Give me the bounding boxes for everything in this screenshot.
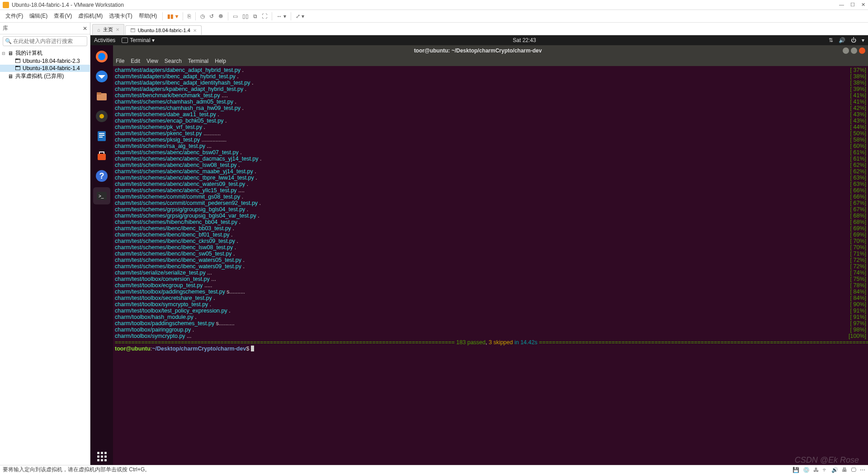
send-ctrlaltdel-button[interactable]: ⎘	[186, 12, 193, 20]
launcher-software[interactable]	[93, 147, 110, 165]
network-icon[interactable]: ⇅	[829, 37, 833, 43]
status-display-icon[interactable]: 🖵	[851, 467, 856, 473]
menu-vm[interactable]: 虚拟机(M)	[75, 11, 105, 21]
term-maximize-button[interactable]	[851, 47, 857, 54]
test-line: charm/test/toolbox/paddingschemes_test.p…	[115, 289, 866, 295]
test-line: charm/test/schemes/abenc/abenc_tbpre_lww…	[115, 175, 866, 181]
status-disk-icon[interactable]: 💾	[793, 467, 799, 473]
test-line: charm/toolbox/paddingschemes_test.py s..…	[115, 320, 866, 327]
launcher-terminal[interactable]: >_	[93, 187, 110, 204]
test-line: charm/test/schemes/encap_bchk05_test.py …	[115, 118, 866, 124]
term-menu-view[interactable]: View	[146, 58, 158, 64]
terminal-output[interactable]: charm/test/adapters/dabenc_adapt_hybrid_…	[113, 66, 868, 465]
test-line: charm/test/schemes/abenc/abenc_maabe_yj1…	[115, 168, 866, 175]
clock[interactable]: Sat 22:43	[513, 37, 536, 43]
status-net-icon[interactable]: 🖧	[813, 467, 819, 473]
vm-icon: 🗔	[14, 58, 21, 64]
test-line: charm/test/schemes/hibenc/hibenc_bb04_te…	[115, 219, 866, 225]
test-line: charm/test/schemes/ibenc/ibenc_waters09_…	[115, 263, 866, 270]
test-line: charm/test/schemes/pksig_test.py .......…	[115, 137, 866, 143]
menu-file[interactable]: 文件(F)	[3, 11, 26, 21]
svg-point-1	[98, 53, 105, 60]
test-line: charm/test/schemes/abenc/abenc_yllc15_te…	[115, 187, 866, 194]
pause-button[interactable]: ▮▮ ▾	[165, 12, 179, 20]
launcher-files[interactable]	[93, 88, 110, 105]
tab-close-icon[interactable]: ✕	[116, 27, 119, 32]
vm-tree: ⊟🖥我的计算机🗔Ubuntu-18.04-fabric-2.3🗔Ubuntu-1…	[0, 48, 90, 465]
test-line: charm/test/benchmark/benchmark_test.py .…	[115, 92, 866, 99]
library-sidebar: 库 ✕ 🔍 ⊟🖥我的计算机🗔Ubuntu-18.04-fabric-2.3🗔Ub…	[0, 23, 90, 465]
term-menu-search[interactable]: Search	[165, 58, 182, 64]
stretch-button[interactable]: ↔ ▾	[275, 12, 288, 20]
test-line: charm/test/schemes/ibenc/ibenc_ckrs09_te…	[115, 238, 866, 244]
status-sound-icon[interactable]: 🔊	[831, 467, 838, 473]
test-summary: ========================================…	[115, 339, 866, 346]
test-line: charm/test/schemes/ibenc/ibenc_waters05_…	[115, 257, 866, 263]
ubuntu-launcher: ? >_	[90, 45, 113, 465]
launcher-help[interactable]: ?	[93, 167, 110, 185]
status-cd-icon[interactable]: 💿	[803, 467, 810, 473]
test-line: charm/test/schemes/chamhash_rsa_hw09_tes…	[115, 105, 866, 111]
snapshot-manager-button[interactable]: ☸	[217, 12, 225, 20]
minimize-button[interactable]: —	[839, 2, 844, 8]
menu-view[interactable]: 查看(V)	[51, 11, 75, 21]
term-menu-terminal[interactable]: Terminal	[188, 58, 208, 64]
prompt-line[interactable]: toor@ubuntu:~/Desktop/charmCrypto/charm-…	[115, 346, 866, 352]
view-fullscreen-button[interactable]: ⛶	[260, 12, 269, 20]
status-printer-icon[interactable]: 🖶	[842, 467, 847, 473]
terminal-title: toor@ubuntu: ~/Desktop/charmCrypto/charm…	[113, 47, 843, 54]
tab-label: Ubuntu-18.04-fabric-1.4	[138, 28, 190, 33]
activities-button[interactable]: Activities	[94, 37, 115, 43]
exit-fullscreen-button[interactable]: ⤢ ▾	[294, 12, 306, 20]
svg-text:>_: >_	[99, 194, 104, 199]
window-title: Ubuntu-18.04-fabric-1.4 - VMware Worksta…	[12, 2, 839, 8]
launcher-thunderbird[interactable]	[93, 68, 110, 85]
snapshot-button[interactable]: ◷	[198, 12, 207, 20]
tree-node[interactable]: ⊟🖥我的计算机	[0, 49, 90, 57]
sidebar-title: 库	[3, 24, 8, 32]
test-line: charm/test/toolbox/secretshare_test.py .…	[115, 295, 866, 301]
snapshot-revert-button[interactable]: ↺	[208, 12, 216, 20]
arrow-down-icon[interactable]: ▾	[862, 37, 864, 43]
term-menu-edit[interactable]: Edit	[131, 58, 140, 64]
term-menu-help[interactable]: Help	[215, 58, 226, 64]
term-close-button[interactable]	[859, 47, 865, 54]
tree-node[interactable]: 🖥共享虚拟机 (已弃用)	[0, 72, 90, 81]
svg-rect-8	[99, 133, 104, 134]
close-button[interactable]: ✕	[861, 2, 865, 8]
menu-tabs[interactable]: 选项卡(T)	[106, 11, 135, 21]
tab-close-icon[interactable]: ✕	[193, 28, 197, 33]
test-line: charm/toolbox/symcrypto.py ...[100%]	[115, 333, 866, 339]
view-unity-button[interactable]: ⧉	[251, 12, 259, 20]
vm-tab[interactable]: ⌂主页✕	[92, 24, 124, 35]
search-input[interactable]	[3, 36, 87, 46]
test-line: charm/test/schemes/commit/commit_pederse…	[115, 200, 866, 206]
menu-help[interactable]: 帮助(H)	[136, 11, 160, 21]
test-line: charm/test/schemes/dabe_aw11_test.py .[ …	[115, 111, 866, 118]
sound-icon[interactable]: 🔊	[839, 37, 845, 43]
vm-tab[interactable]: 🗔Ubuntu-18.04-fabric-1.4✕	[125, 25, 202, 35]
launcher-apps[interactable]	[93, 448, 110, 465]
launcher-rhythmbox[interactable]	[93, 108, 110, 125]
maximize-button[interactable]: ☐	[850, 2, 855, 8]
power-icon[interactable]: ⏻	[851, 37, 856, 43]
menu-edit[interactable]: 编辑(E)	[27, 11, 50, 21]
tree-label: 我的计算机	[15, 49, 42, 57]
tree-label: Ubuntu-18.04-fabric-2.3	[23, 58, 80, 64]
tree-node[interactable]: 🗔Ubuntu-18.04-fabric-1.4	[0, 65, 90, 72]
view-multi-button[interactable]: ▯▯	[241, 12, 250, 20]
test-line: charm/test/schemes/rsa_alg_test.py ...[ …	[115, 143, 866, 149]
test-line: charm/test/schemes/ibenc/ibenc_bf01_test…	[115, 232, 866, 238]
launcher-writer[interactable]	[93, 128, 110, 145]
sidebar-close-button[interactable]: ✕	[83, 25, 87, 32]
launcher-firefox[interactable]	[93, 48, 110, 65]
term-minimize-button[interactable]	[843, 47, 849, 54]
term-menu-file[interactable]: File	[116, 58, 124, 64]
tree-node[interactable]: 🗔Ubuntu-18.04-fabric-2.3	[0, 57, 90, 65]
computer-icon: 🖥	[7, 50, 14, 57]
status-more-icon[interactable]: ⋯	[860, 467, 865, 473]
view-single-button[interactable]: ▭	[231, 12, 240, 20]
status-usb-icon[interactable]: ᯤ	[822, 467, 828, 473]
vm-icon: 🗔	[130, 28, 135, 33]
topbar-app-menu[interactable]: Terminal ▾	[122, 37, 155, 43]
